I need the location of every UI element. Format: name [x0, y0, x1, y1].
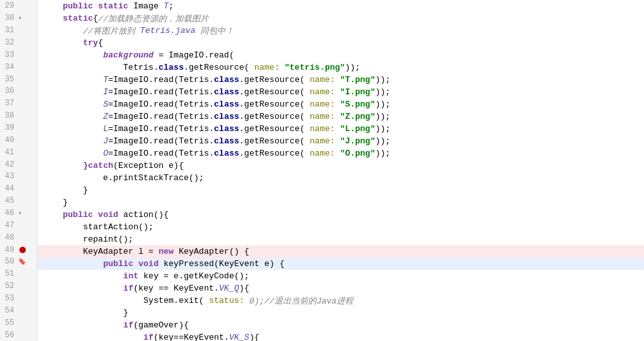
code-token: J	[103, 136, 109, 146]
code-token	[43, 14, 63, 23]
code-token: System.	[43, 296, 179, 305]
gutter-row: 30▾	[0, 12, 37, 25]
code-token	[43, 1, 63, 11]
code-token: "T.png"	[340, 75, 375, 85]
code-token: O	[103, 149, 109, 158]
code-token: =ImageIO.	[108, 149, 153, 158]
code-token	[43, 333, 143, 341]
gutter-row: 56	[0, 329, 37, 341]
code-token: if	[123, 320, 134, 330]
code-token: "S.png"	[340, 99, 375, 109]
line-number: 45	[0, 196, 18, 205]
code-token: ));	[375, 75, 390, 85]
code-token: int	[123, 271, 138, 281]
line-number: 53	[0, 294, 18, 303]
line-number: 56	[0, 331, 18, 340]
gutter-row: 41	[0, 146, 37, 158]
code-token: ));	[375, 136, 390, 146]
code-token	[43, 38, 83, 48]
code-token	[43, 75, 103, 85]
code-token: .getResource(	[239, 149, 309, 158]
code-token: ));	[375, 99, 390, 109]
code-token: .getResource(	[239, 75, 309, 85]
code-token	[43, 136, 103, 146]
gutter-row: 39	[0, 122, 37, 134]
code-line: S=ImageIO.read(Tetris.class.getResource(…	[37, 98, 644, 110]
code-token	[93, 1, 98, 11]
breakpoint-dot[interactable]	[19, 247, 26, 253]
code-token: exit	[179, 296, 199, 305]
code-token: ));	[375, 112, 390, 121]
fold-arrow-open[interactable]: ▾	[18, 209, 22, 217]
code-token: class	[214, 75, 239, 85]
code-line: Tetris.class.getResource( name: "tetris.…	[37, 61, 644, 74]
code-token: name:	[310, 149, 335, 158]
code-token: .getResource(	[183, 63, 254, 72]
code-token: =ImageIO.	[108, 124, 153, 134]
code-token: Z	[103, 112, 109, 121]
gutter-row: 35	[0, 73, 37, 85]
code-line: public void action(){	[37, 209, 644, 221]
code-token	[43, 161, 83, 170]
line-number: 44	[0, 184, 18, 193]
code-token: name:	[310, 124, 335, 134]
code-line: J=ImageIO.read(Tetris.class.getResource(…	[37, 135, 644, 147]
code-line: Z=ImageIO.read(Tetris.class.getResource(…	[37, 110, 644, 123]
code-token: KeyAdapter l =	[43, 247, 158, 256]
code-token: {	[98, 38, 103, 48]
code-token: (Tetris.	[174, 124, 214, 134]
code-token: =ImageIO.	[108, 99, 153, 109]
code-token	[43, 284, 123, 293]
fold-arrow-open[interactable]: ▾	[18, 14, 22, 22]
code-token: name:	[254, 63, 280, 72]
code-token: public	[63, 1, 93, 11]
code-token: ){	[239, 284, 249, 293]
code-token: }	[43, 308, 129, 318]
code-token	[43, 87, 103, 97]
code-area[interactable]: public static Image T; static{//加载静态资源的，…	[37, 0, 644, 341]
gutter-row: 55	[0, 316, 37, 329]
code-token: ));	[375, 124, 390, 134]
code-token	[335, 136, 340, 146]
line-number: 32	[0, 38, 18, 47]
gutter-row: 40	[0, 134, 37, 146]
code-token: if	[123, 284, 134, 293]
code-token	[335, 112, 340, 121]
code-token: "O.png"	[340, 149, 375, 158]
line-gutter: 2930▾31323334353637383940414243444546▾47…	[0, 0, 37, 341]
code-token: =ImageIO.	[108, 75, 153, 85]
code-token: //将图片放到	[83, 25, 140, 37]
line-number: 42	[0, 160, 18, 169]
code-line: }	[37, 307, 644, 319]
code-token: key = e.getKeyCode();	[138, 271, 249, 281]
code-token	[335, 124, 340, 134]
code-token: (Tetris.	[174, 112, 214, 121]
code-token: static	[63, 14, 93, 23]
code-token: read	[154, 136, 174, 146]
line-number: 40	[0, 136, 18, 145]
gutter-row: 37	[0, 98, 37, 110]
code-token: "L.png"	[340, 124, 375, 134]
code-token	[335, 99, 340, 109]
code-line: L=ImageIO.read(Tetris.class.getResource(…	[37, 123, 644, 135]
code-token: Tetris.	[43, 63, 158, 72]
code-token: I	[103, 87, 109, 97]
code-token: void	[138, 259, 158, 269]
code-line: }catch(Exception e){	[37, 160, 644, 172]
code-token: read	[154, 149, 174, 158]
code-token	[43, 259, 103, 269]
code-token: 同包中！	[196, 25, 234, 37]
code-token: =ImageIO.	[108, 112, 153, 121]
code-line: O=ImageIO.read(Tetris.class.getResource(…	[37, 147, 644, 160]
gutter-row: 42	[0, 158, 37, 170]
code-line: if(key == KeyEvent.VK_Q){	[37, 282, 644, 294]
code-token: (Tetris.	[174, 75, 214, 85]
code-token: (Tetris.	[174, 99, 214, 109]
line-number: 29	[0, 1, 18, 10]
code-token	[43, 99, 103, 109]
code-token: ));	[345, 63, 360, 72]
code-token: //加载静态资源的，加载图片	[98, 13, 209, 25]
code-token: "I.png"	[340, 87, 375, 97]
code-token: read	[154, 112, 174, 121]
code-line: KeyAdapter l = new KeyAdapter() {	[37, 245, 644, 258]
